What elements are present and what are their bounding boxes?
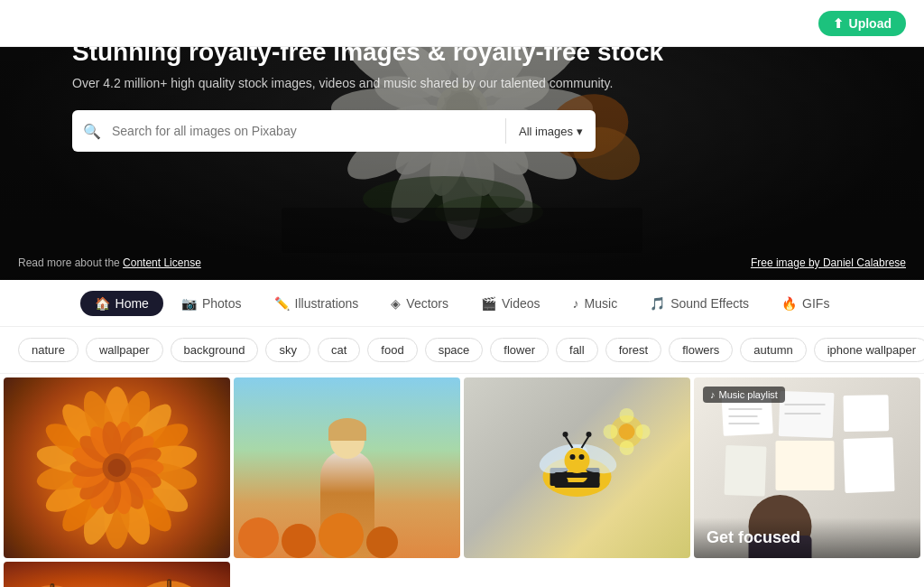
tags-bar: nature wallpaper background sky cat food… [0, 327, 924, 374]
svg-rect-91 [779, 391, 835, 438]
tag-food[interactable]: food [367, 338, 417, 362]
login-button[interactable]: Log in [691, 16, 725, 31]
free-image-prefix: Free image by [751, 256, 823, 269]
upload-button[interactable]: ⬆ Upload [818, 11, 906, 36]
tab-photos-label: Photos [202, 296, 242, 311]
tab-gifs-label: GIFs [802, 296, 829, 311]
music-note-icon: ♪ [710, 389, 716, 400]
hero-subtitle: Over 4.2 million+ high quality stock ima… [72, 76, 852, 90]
hero-footer: Read more about the Content License Free… [0, 256, 924, 269]
search-filter-dropdown[interactable]: All images ▾ [506, 125, 596, 138]
svg-point-86 [636, 424, 651, 439]
tab-videos[interactable]: 🎬 Videos [467, 291, 555, 316]
image-grid: ♪ Music playlist Get focused [0, 374, 924, 587]
svg-rect-92 [844, 395, 890, 432]
tab-gifs[interactable]: 🔥 GIFs [767, 291, 844, 316]
tag-background[interactable]: background [171, 338, 259, 362]
search-icon: 🔍 [72, 123, 112, 140]
tag-autumn[interactable]: autumn [740, 338, 806, 362]
sound-effects-icon: 🎵 [650, 296, 665, 311]
hero-section: pixabay Explore ▾ Log in Join ⬆ Upload S… [0, 0, 924, 280]
tag-nature[interactable]: nature [18, 338, 79, 362]
grid-item-5[interactable] [4, 562, 230, 587]
gifs-icon: 🔥 [781, 296, 797, 311]
home-icon: 🏠 [95, 296, 110, 311]
hero-footer-right: Free image by Daniel Calabrese [751, 256, 906, 269]
tag-wallpaper[interactable]: wallpaper [86, 338, 163, 362]
tag-sky[interactable]: sky [265, 338, 310, 362]
svg-rect-93 [725, 445, 767, 497]
vectors-icon: ◈ [391, 296, 401, 311]
music-badge-label: Music playlist [719, 389, 778, 400]
tab-vectors[interactable]: ◈ Vectors [376, 291, 463, 316]
tab-illustrations-label: Illustrations [295, 296, 359, 311]
tab-videos-label: Videos [502, 296, 541, 311]
videos-icon: 🎬 [481, 296, 496, 311]
tag-flower[interactable]: flower [490, 338, 549, 362]
tab-vectors-label: Vectors [406, 296, 448, 311]
tab-illustrations[interactable]: ✏️ Illustrations [260, 291, 374, 316]
content-license-prefix: Read more about the [18, 256, 123, 269]
search-filter-label: All images [519, 125, 573, 138]
site-logo[interactable]: pixabay [18, 12, 88, 35]
tag-forest[interactable]: forest [605, 338, 662, 362]
music-badge: ♪ Music playlist [703, 387, 785, 403]
tag-iphone-wallpaper[interactable]: iphone wallpaper [814, 338, 924, 362]
explore-button[interactable]: Explore ▾ [620, 16, 672, 31]
join-button[interactable]: Join [744, 11, 800, 36]
explore-label: Explore [620, 16, 662, 31]
navbar: pixabay Explore ▾ Log in Join ⬆ Upload [0, 0, 924, 47]
grid-item-3[interactable] [464, 377, 690, 558]
tabs-navigation: 🏠 Home 📷 Photos ✏️ Illustrations ◈ Vecto… [0, 280, 924, 327]
grid-item-2[interactable] [234, 377, 460, 558]
svg-rect-95 [844, 437, 895, 493]
tag-flowers[interactable]: flowers [669, 338, 733, 362]
svg-rect-76 [555, 482, 600, 488]
svg-point-89 [619, 424, 635, 440]
tag-cat[interactable]: cat [318, 338, 360, 362]
tag-space[interactable]: space [425, 338, 484, 362]
upload-label: Upload [849, 16, 892, 31]
svg-rect-94 [776, 441, 835, 490]
svg-point-85 [620, 408, 634, 423]
chevron-down-icon: ▾ [667, 16, 673, 31]
music-icon: ♪ [573, 296, 579, 311]
tab-music-label: Music [585, 296, 618, 311]
chevron-down-icon: ▾ [577, 125, 583, 138]
photographer-link[interactable]: Daniel Calabrese [823, 256, 906, 269]
svg-point-83 [587, 432, 592, 437]
svg-point-87 [620, 441, 634, 455]
tab-photos[interactable]: 📷 Photos [167, 291, 256, 316]
svg-point-79 [579, 454, 585, 460]
grid-item-4[interactable]: ♪ Music playlist Get focused [694, 377, 920, 558]
tag-fall[interactable]: fall [556, 338, 598, 362]
upload-icon: ⬆ [833, 16, 844, 31]
nav-right: Explore ▾ Log in Join ⬆ Upload [620, 11, 906, 36]
search-input[interactable] [112, 124, 505, 138]
illustrations-icon: ✏️ [274, 296, 290, 311]
get-focused-text: Get focused [707, 528, 800, 546]
grid-item-1[interactable] [4, 377, 230, 558]
hero-footer-left: Read more about the Content License [18, 256, 201, 269]
svg-point-81 [563, 432, 568, 437]
tab-sound-effects-label: Sound Effects [670, 296, 749, 311]
svg-point-77 [565, 448, 590, 473]
get-focused-overlay: Get focused [694, 517, 920, 558]
svg-point-88 [604, 424, 618, 439]
tab-home[interactable]: 🏠 Home [80, 291, 163, 316]
svg-point-78 [570, 454, 576, 460]
content-license-link[interactable]: Content License [123, 256, 201, 269]
tab-music[interactable]: ♪ Music [559, 291, 633, 316]
tab-home-label: Home [116, 296, 149, 311]
photos-icon: 📷 [181, 296, 197, 311]
tab-sound-effects[interactable]: 🎵 Sound Effects [635, 291, 763, 316]
svg-point-68 [108, 459, 126, 477]
search-bar: 🔍 All images ▾ [72, 110, 596, 152]
